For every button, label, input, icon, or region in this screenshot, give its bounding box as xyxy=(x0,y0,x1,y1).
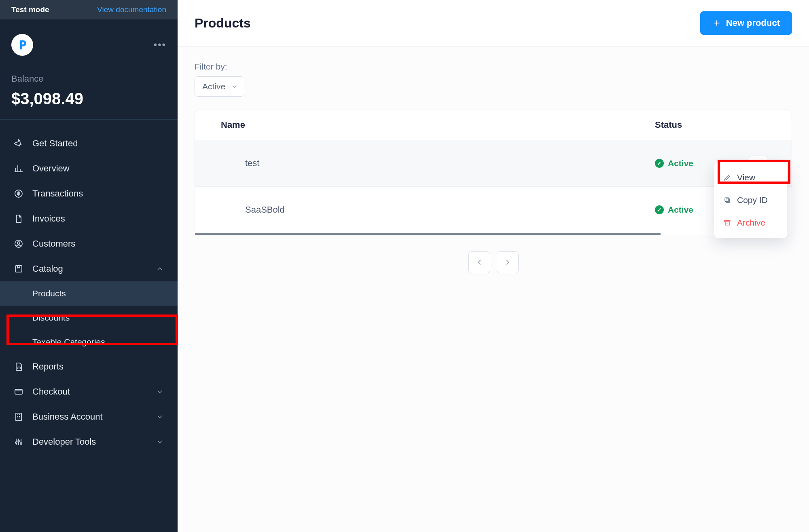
nav-catalog[interactable]: Catalog xyxy=(0,256,178,281)
chevron-down-icon xyxy=(156,438,164,446)
chevron-down-icon xyxy=(156,413,164,421)
rocket-icon xyxy=(14,139,23,148)
page-header: Products New product xyxy=(178,0,809,46)
building-icon xyxy=(14,412,23,422)
nav-developer-tools[interactable]: Developer Tools xyxy=(0,429,178,454)
new-product-button[interactable]: New product xyxy=(700,11,792,35)
nav-label: Products xyxy=(32,289,66,298)
nav-business-account[interactable]: Business Account xyxy=(0,404,178,429)
pager-prev-button[interactable] xyxy=(468,251,490,273)
dropdown-label: Archive xyxy=(737,218,765,228)
card-icon xyxy=(14,387,23,397)
box-icon xyxy=(14,264,23,274)
nav: Get Started Overview Transactions Invoic… xyxy=(0,119,178,466)
nav-label: Transactions xyxy=(32,188,83,199)
nav-label: Invoices xyxy=(32,213,65,224)
svg-rect-10 xyxy=(725,198,729,201)
nav-label: Developer Tools xyxy=(32,437,96,447)
archive-icon xyxy=(723,219,731,227)
nav-overview[interactable]: Overview xyxy=(0,156,178,181)
dropdown-archive[interactable]: Archive xyxy=(714,211,787,234)
brand-row: ••• xyxy=(0,19,178,56)
nav-label: Taxable Categories xyxy=(32,337,105,347)
nav-label: Discounts xyxy=(32,313,70,323)
svg-rect-3 xyxy=(15,266,22,272)
chevron-left-icon xyxy=(475,258,484,267)
products-table: Name Status test ✓ Active ••• SaaSBold xyxy=(195,110,792,235)
sidebar: Test mode View documentation ••• Balance… xyxy=(0,0,178,532)
svg-point-8 xyxy=(20,443,22,444)
view-documentation-link[interactable]: View documentation xyxy=(97,5,166,14)
pagination xyxy=(195,251,792,273)
check-circle-icon: ✓ xyxy=(655,159,664,168)
test-mode-label: Test mode xyxy=(11,5,49,14)
table-header: Name Status xyxy=(195,110,792,140)
svg-point-6 xyxy=(15,442,17,443)
content: Filter by: Active Name Status test ✓ Act… xyxy=(178,46,809,289)
balance-label: Balance xyxy=(11,74,166,84)
row-name: SaaSBold xyxy=(206,205,655,215)
status-text: Active xyxy=(668,205,693,215)
chart-icon xyxy=(14,164,23,173)
column-status: Status xyxy=(655,120,736,130)
dropdown-label: View xyxy=(737,173,755,182)
page-title: Products xyxy=(195,16,251,31)
column-name: Name xyxy=(206,120,655,130)
nav-products[interactable]: Products xyxy=(0,281,178,306)
nav-invoices[interactable]: Invoices xyxy=(0,206,178,231)
document-icon xyxy=(14,214,23,224)
dropdown-label: Copy ID xyxy=(737,195,768,205)
balance-amount: $3,098.49 xyxy=(11,90,166,108)
sliders-icon xyxy=(14,437,23,447)
plus-icon xyxy=(712,19,721,27)
filter-value: Active xyxy=(202,82,225,91)
svg-point-2 xyxy=(17,242,20,244)
svg-rect-9 xyxy=(726,199,730,203)
nav-label: Overview xyxy=(32,163,70,174)
main: Products New product Filter by: Active N… xyxy=(178,0,809,532)
nav-label: Checkout xyxy=(32,386,70,397)
svg-rect-4 xyxy=(15,389,22,394)
chevron-down-icon xyxy=(231,83,238,90)
svg-rect-11 xyxy=(724,220,730,222)
nav-checkout[interactable]: Checkout xyxy=(0,379,178,404)
logo xyxy=(11,34,33,56)
chevron-right-icon xyxy=(503,258,512,267)
brand-menu-dots-icon[interactable]: ••• xyxy=(154,39,166,51)
check-circle-icon: ✓ xyxy=(655,205,664,214)
nav-label: Get Started xyxy=(32,138,78,149)
nav-transactions[interactable]: Transactions xyxy=(0,181,178,206)
dropdown-copy-id[interactable]: Copy ID xyxy=(714,189,787,211)
pencil-icon xyxy=(723,173,731,182)
column-actions xyxy=(736,120,780,130)
pager-next-button[interactable] xyxy=(497,251,519,273)
nav-label: Catalog xyxy=(32,264,63,274)
row-name: test xyxy=(206,158,655,169)
new-product-label: New product xyxy=(726,18,780,28)
horizontal-scrollbar[interactable] xyxy=(195,233,661,235)
paddle-logo-icon xyxy=(16,39,28,51)
user-circle-icon xyxy=(14,239,23,249)
nav-get-started[interactable]: Get Started xyxy=(0,131,178,156)
copy-icon xyxy=(723,196,731,204)
balance-block: Balance $3,098.49 xyxy=(0,56,178,119)
nav-customers[interactable]: Customers xyxy=(0,231,178,256)
table-row[interactable]: test ✓ Active ••• xyxy=(195,140,792,186)
nav-taxable-categories[interactable]: Taxable Categories xyxy=(0,330,178,354)
filter-select[interactable]: Active xyxy=(195,76,244,97)
dropdown-view[interactable]: View xyxy=(714,166,787,189)
table-row[interactable]: SaaSBold ✓ Active ••• xyxy=(195,186,792,233)
row-actions-dropdown: View Copy ID Archive xyxy=(714,162,787,238)
status-text: Active xyxy=(668,158,693,168)
nav-label: Business Account xyxy=(32,412,103,422)
svg-rect-5 xyxy=(16,413,21,420)
nav-discounts[interactable]: Discounts xyxy=(0,306,178,330)
nav-label: Reports xyxy=(32,361,64,372)
svg-point-7 xyxy=(18,440,19,442)
chevron-up-icon xyxy=(156,265,164,273)
sidebar-top-bar: Test mode View documentation xyxy=(0,0,178,19)
filter-label: Filter by: xyxy=(195,62,792,72)
nav-label: Customers xyxy=(32,239,75,249)
nav-reports[interactable]: Reports xyxy=(0,354,178,379)
chevron-down-icon xyxy=(156,388,164,396)
